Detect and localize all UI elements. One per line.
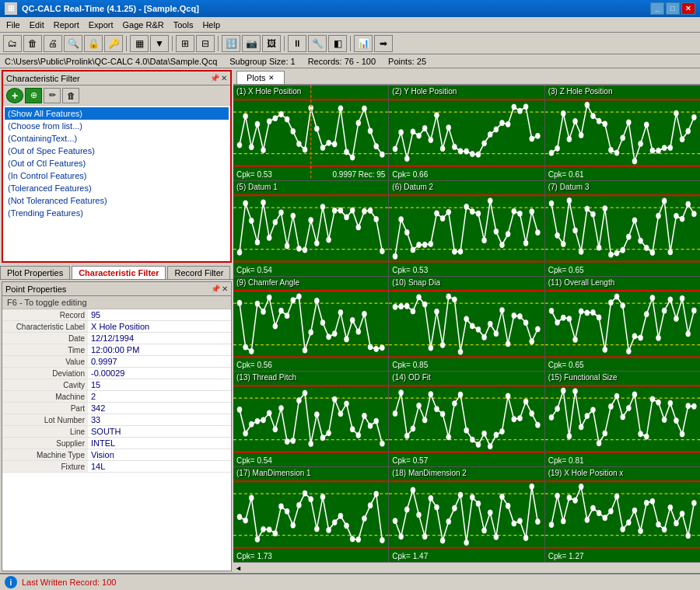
svg-point-308: [405, 433, 410, 438]
char-filter-item-6[interactable]: (Toleranced Features): [5, 182, 229, 194]
toolbar-print[interactable]: 🖨: [44, 35, 62, 52]
toolbar-lock1[interactable]: 🔒: [84, 35, 103, 52]
svg-point-430: [572, 497, 577, 503]
plots-tab[interactable]: Plots ✕: [236, 71, 285, 84]
plot-cell[interactable]: (3) Z Hole PositionCpk= 0.61: [545, 86, 700, 180]
cf-add-btn[interactable]: +: [6, 88, 23, 103]
toolbar-chart[interactable]: ▦: [130, 35, 149, 52]
close-btn[interactable]: ✕: [681, 2, 695, 15]
svg-point-358: [680, 431, 684, 437]
tab-record-filter[interactable]: Record Filter: [167, 266, 230, 279]
cf-delete-btn[interactable]: 🗑: [62, 88, 79, 103]
svg-point-106: [296, 246, 301, 251]
char-filter-item-1[interactable]: (Choose from list...): [5, 120, 229, 132]
svg-point-78: [620, 135, 625, 141]
scroll-left-btn[interactable]: ◄: [235, 564, 242, 572]
char-filter-item-2[interactable]: (ContainingText...): [5, 132, 229, 145]
point-props-pin-btn[interactable]: 📌: [211, 285, 220, 293]
menu-export[interactable]: Export: [84, 18, 118, 32]
toolbar-arrow[interactable]: ➡: [374, 35, 393, 52]
toolbar-grid2[interactable]: ⊟: [196, 35, 215, 52]
toolbar-camera2[interactable]: 🖼: [262, 35, 281, 52]
menu-file[interactable]: File: [2, 18, 25, 32]
toolbar-new[interactable]: 🗂: [3, 35, 22, 52]
plot-cell[interactable]: (18) ManDimension 2Cpk= 1.47: [389, 467, 544, 562]
char-filter-pin-btn[interactable]: 📌: [210, 74, 219, 82]
toolbar-grid[interactable]: ⊞: [176, 35, 194, 52]
menu-help[interactable]: Help: [198, 18, 225, 32]
svg-point-10: [267, 118, 271, 124]
toolbar-sep3: [218, 36, 219, 51]
svg-point-357: [674, 418, 678, 424]
char-filter-list[interactable]: (Show All Features) (Choose from list...…: [3, 106, 230, 261]
plot-cell[interactable]: (11) Overall LengthCpk= 0.65: [545, 277, 700, 372]
char-filter-item-8[interactable]: (Trending Features): [5, 207, 229, 219]
point-props-close-btn[interactable]: ✕: [222, 285, 228, 293]
menu-edit[interactable]: Edit: [25, 18, 49, 32]
svg-point-449: [685, 533, 690, 539]
toolbar-search[interactable]: 🔍: [64, 35, 82, 52]
menu-report[interactable]: Report: [49, 18, 84, 32]
plot-cell[interactable]: (14) OD FitCpk= 0.57: [389, 372, 544, 466]
svg-point-322: [488, 444, 493, 449]
maximize-btn[interactable]: □: [666, 2, 680, 15]
svg-point-248: [561, 315, 565, 320]
plot-cell[interactable]: (5) Datum 1Cpk= 0.54: [233, 181, 388, 276]
svg-point-228: [464, 316, 469, 321]
svg-point-119: [374, 216, 379, 222]
toolbar-delete[interactable]: 🗑: [23, 35, 42, 52]
svg-point-329: [530, 411, 534, 417]
char-filter-item-0[interactable]: (Show All Features): [5, 107, 229, 120]
char-filter-item-3[interactable]: (Out of Spec Features): [5, 145, 229, 157]
toolbar-bar-chart[interactable]: 📊: [354, 35, 373, 52]
plot-cell[interactable]: (13) Thread PitchCpk= 0.54: [233, 372, 388, 466]
toolbar-filter[interactable]: ▼: [150, 35, 169, 52]
char-filter-item-4[interactable]: (Out of Ctl Features): [5, 157, 229, 169]
svg-point-354: [656, 400, 660, 405]
plot-cell[interactable]: (15) Functional SizeCpk= 0.81: [545, 372, 700, 466]
plot-cell[interactable]: (2) Y Hole PositionCpk= 0.66: [389, 86, 544, 180]
toolbar-calc[interactable]: 🔢: [222, 35, 240, 52]
plot-cpk: Cpk= 0.57: [392, 456, 428, 465]
toolbar-wrench[interactable]: 🔧: [308, 35, 327, 52]
plot-cell[interactable]: (7) Datum 3Cpk= 0.65: [545, 181, 700, 276]
svg-point-343: [590, 407, 595, 413]
svg-point-197: [303, 347, 307, 353]
menu-gage[interactable]: Gage R&R: [118, 18, 169, 32]
plot-cell[interactable]: (9) Chamfer AngleCpk= 0.56: [233, 277, 388, 372]
svg-point-284: [285, 439, 289, 445]
plot-cell[interactable]: (6) Datum 2Cpk= 0.53: [389, 181, 544, 276]
svg-point-355: [662, 417, 667, 423]
plots-scroll-bar[interactable]: ◄: [233, 562, 700, 573]
plot-cell[interactable]: (10) Snap DiaCpk= 0.85: [389, 277, 544, 372]
prop-label: Fixture: [2, 461, 88, 473]
toolbar-lock2[interactable]: 🔑: [104, 35, 123, 52]
svg-point-410: [476, 501, 481, 506]
svg-point-173: [650, 250, 655, 255]
tab-plot-properties[interactable]: Plot Properties: [0, 266, 70, 279]
cf-add-all-btn[interactable]: ⊕: [25, 88, 42, 103]
svg-point-264: [656, 335, 660, 340]
plot-cell[interactable]: (1) X Hole PositionCpk= 0.530.9997 Rec: …: [233, 86, 388, 180]
plots-tab-close[interactable]: ✕: [268, 74, 275, 82]
menu-tools[interactable]: Tools: [169, 18, 198, 32]
svg-point-378: [309, 497, 313, 502]
svg-point-306: [393, 411, 397, 417]
minimize-btn[interactable]: _: [650, 2, 664, 15]
props-row: Characteristic LabelX Hole Position: [2, 321, 231, 333]
plot-cell[interactable]: (17) ManDimension 1Cpk= 1.73: [233, 467, 388, 562]
plot-title: (10) Snap Dia: [392, 278, 440, 287]
toolbar-nav[interactable]: ◧: [328, 35, 347, 52]
char-filter-item-5[interactable]: (In Control Features): [5, 169, 229, 182]
tab-char-filter[interactable]: Characteristic Filter: [72, 266, 166, 279]
plot-cpk: Cpk= 0.54: [236, 456, 272, 465]
toolbar-camera[interactable]: 📷: [242, 35, 261, 52]
svg-point-208: [368, 344, 373, 349]
cf-edit-btn[interactable]: ✏: [44, 88, 61, 103]
svg-point-366: [237, 515, 242, 520]
svg-point-290: [320, 435, 325, 441]
plot-cell[interactable]: (19) X Hole Position xCpk= 1.27: [545, 467, 700, 562]
char-filter-item-7[interactable]: (Not Toleranced Features): [5, 194, 229, 207]
char-filter-close-btn[interactable]: ✕: [221, 74, 227, 82]
toolbar-pause[interactable]: ⏸: [288, 35, 306, 52]
